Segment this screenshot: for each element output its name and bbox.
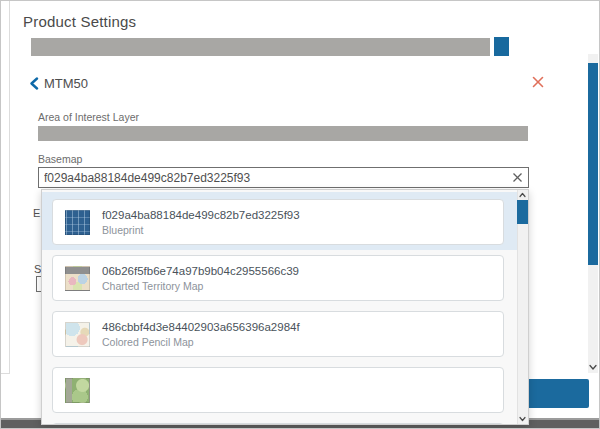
main-scrollbar-thumb[interactable]	[588, 63, 598, 265]
placeholder-blue-square	[494, 37, 509, 56]
basemap-dropdown: f029a4ba88184de499c82b7ed3225f93 Bluepri…	[41, 189, 529, 425]
panel-bottom-line	[1, 373, 10, 374]
option-text: f029a4ba88184de499c82b7ed3225f93 Bluepri…	[102, 209, 300, 236]
basemap-input[interactable]	[38, 167, 529, 188]
close-icon[interactable]	[532, 76, 544, 88]
basemap-field-label: Basemap	[38, 153, 82, 165]
option-id: 06b26f5fb6e74a97b9b04c2955566c39	[102, 265, 299, 277]
back-link-label: MTM50	[44, 76, 88, 91]
chevron-down-icon[interactable]	[519, 416, 526, 422]
aoi-field-label: Area of Interest Layer	[38, 111, 139, 123]
map-thumbnail-community-icon	[65, 378, 90, 403]
option-text: 486cbbf4d3e84402903a656396a2984f Colored…	[102, 321, 300, 348]
product-settings-dialog: Product Settings MTM50 Area of Interest …	[0, 0, 600, 429]
back-link[interactable]: MTM50	[29, 75, 88, 91]
basemap-option-blueprint[interactable]: f029a4ba88184de499c82b7ed3225f93 Bluepri…	[52, 199, 504, 245]
placeholder-bar-top	[31, 38, 490, 56]
panel-left-border	[9, 1, 10, 373]
primary-action-button[interactable]	[524, 379, 589, 408]
clear-input-icon[interactable]	[512, 172, 523, 183]
aoi-placeholder-bar[interactable]	[38, 126, 528, 141]
basemap-option-colored-pencil[interactable]: 486cbbf4d3e84402903a656396a2984f Colored…	[52, 311, 504, 357]
option-id: 486cbbf4d3e84402903a656396a2984f	[102, 321, 300, 333]
dropdown-scrollbar-thumb[interactable]	[517, 200, 528, 224]
page-title: Product Settings	[23, 13, 136, 30]
map-thumbnail-charted-territory-icon	[65, 266, 90, 291]
basemap-option-community[interactable]	[52, 367, 504, 413]
option-name: Colored Pencil Map	[102, 336, 300, 348]
dropdown-scrollbar-track[interactable]	[517, 190, 528, 424]
chevron-left-icon	[29, 77, 39, 90]
option-name: Blueprint	[102, 224, 300, 236]
chevron-up-icon[interactable]	[519, 192, 526, 198]
chevron-down-icon[interactable]	[589, 364, 597, 371]
option-text: 06b26f5fb6e74a97b9b04c2955566c39 Charted…	[102, 265, 299, 292]
map-thumbnail-colored-pencil-icon	[65, 322, 90, 347]
hidden-field-label-fragment-e: E	[33, 207, 40, 219]
option-name: Charted Territory Map	[102, 280, 299, 292]
map-thumbnail-blueprint-icon	[65, 210, 90, 235]
option-id: f029a4ba88184de499c82b7ed3225f93	[102, 209, 300, 221]
basemap-option-charted-territory[interactable]: 06b26f5fb6e74a97b9b04c2955566c39 Charted…	[52, 255, 504, 301]
basemap-option-partial[interactable]	[52, 423, 504, 425]
